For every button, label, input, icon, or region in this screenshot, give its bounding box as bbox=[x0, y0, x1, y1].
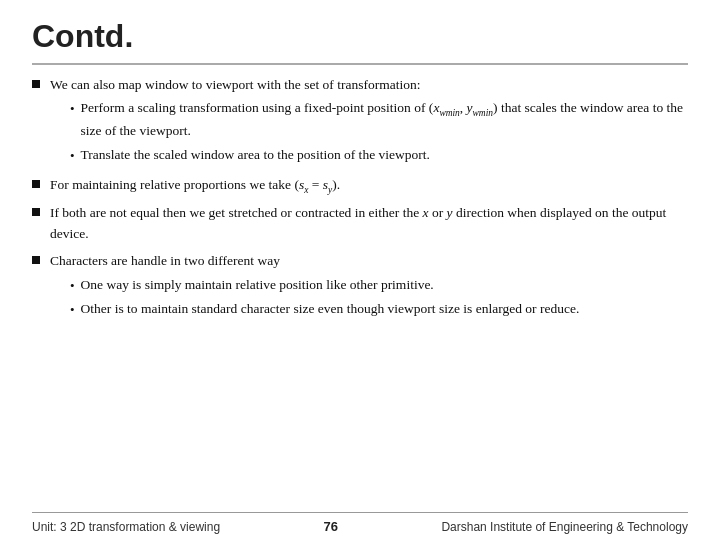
slide-title: Contd. bbox=[32, 18, 688, 55]
footer-right: Darshan Institute of Engineering & Techn… bbox=[441, 520, 688, 534]
bullet-item-2: For maintaining relative proportions we … bbox=[32, 175, 688, 197]
sub-text-4-2: Other is to maintain standard character … bbox=[81, 299, 688, 320]
footer-left: Unit: 3 2D transformation & viewing bbox=[32, 520, 220, 534]
bullet-item-4: Characters are handle in two different w… bbox=[32, 251, 688, 323]
sub-bullets-1: • Perform a scaling transformation using… bbox=[70, 98, 688, 165]
sub-bullet-1-1: • Perform a scaling transformation using… bbox=[70, 98, 688, 141]
sub-dot-1-2: • bbox=[70, 146, 75, 166]
bullet-square-4 bbox=[32, 256, 40, 264]
sub-text-1-2: Translate the scaled window area to the … bbox=[81, 145, 688, 166]
sub-dot-4-1: • bbox=[70, 276, 75, 296]
bullet-item-1: We can also map window to viewport with … bbox=[32, 75, 688, 169]
sub-text-1-1: Perform a scaling transformation using a… bbox=[81, 98, 688, 141]
footer-page-number: 76 bbox=[324, 519, 338, 534]
bullet-text-3: If both are not equal then we get stretc… bbox=[50, 203, 688, 245]
sub-dot-1-1: • bbox=[70, 99, 75, 119]
sub-bullets-4: • One way is simply maintain relative po… bbox=[70, 275, 688, 320]
bullet-square-3 bbox=[32, 208, 40, 216]
sub-text-4-1: One way is simply maintain relative posi… bbox=[81, 275, 688, 296]
sub-bullet-1-2: • Translate the scaled window area to th… bbox=[70, 145, 688, 166]
sub-dot-4-2: • bbox=[70, 300, 75, 320]
title-divider bbox=[32, 63, 688, 65]
bullet-square-1 bbox=[32, 80, 40, 88]
sub-bullet-4-2: • Other is to maintain standard characte… bbox=[70, 299, 688, 320]
bullet-item-3: If both are not equal then we get stretc… bbox=[32, 203, 688, 245]
bullet-text-1: We can also map window to viewport with … bbox=[50, 75, 688, 169]
sub-bullet-4-1: • One way is simply maintain relative po… bbox=[70, 275, 688, 296]
slide-container: Contd. We can also map window to viewpor… bbox=[0, 0, 720, 540]
content-area: We can also map window to viewport with … bbox=[32, 75, 688, 513]
bullet-text-4: Characters are handle in two different w… bbox=[50, 251, 688, 323]
footer: Unit: 3 2D transformation & viewing 76 D… bbox=[32, 512, 688, 540]
bullet-square-2 bbox=[32, 180, 40, 188]
bullet-text-2: For maintaining relative proportions we … bbox=[50, 175, 688, 197]
